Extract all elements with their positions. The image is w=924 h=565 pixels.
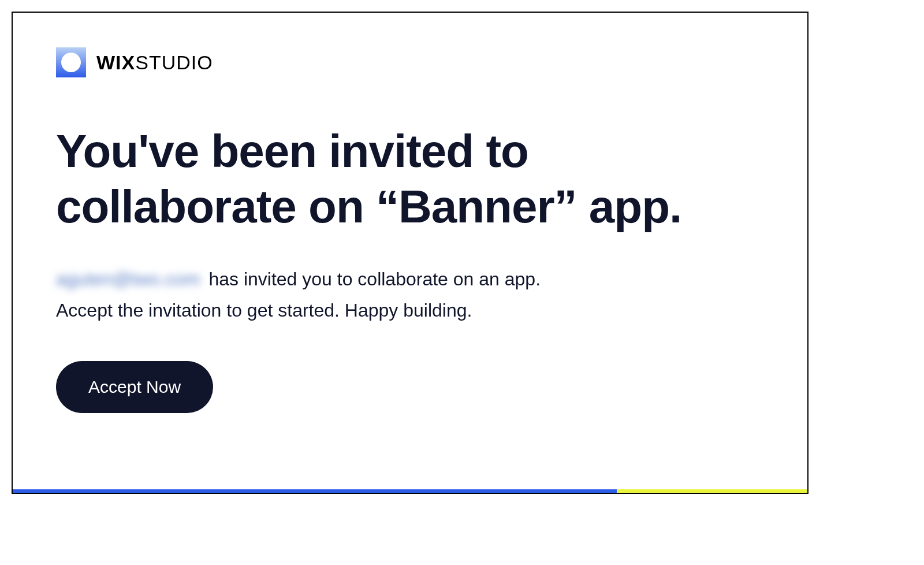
stripe-blue [13,489,617,493]
logo-brand-light: STUDIO [135,51,213,73]
inviter-email-blurred: aguten@two.com [56,263,200,295]
logo-row: WIXSTUDIO [56,47,764,77]
accept-now-button[interactable]: Accept Now [56,361,213,413]
stripe-yellow [617,489,807,493]
invitation-email-card: WIXSTUDIO You've been invited to collabo… [12,12,808,494]
logo-brand-bold: WIX [96,51,135,73]
invitation-headline: You've been invited to collaborate on “B… [56,124,764,235]
bottom-accent-stripe [13,489,807,493]
logo-circle-icon [61,53,81,72]
wix-studio-logo-icon [56,47,86,77]
invitation-body: aguten@two.com has invited you to collab… [56,263,764,326]
logo-text: WIXSTUDIO [96,51,213,74]
body-line2: Accept the invitation to get started. Ha… [56,300,472,321]
body-line1-suffix: has invited you to collaborate on an app… [204,269,541,289]
